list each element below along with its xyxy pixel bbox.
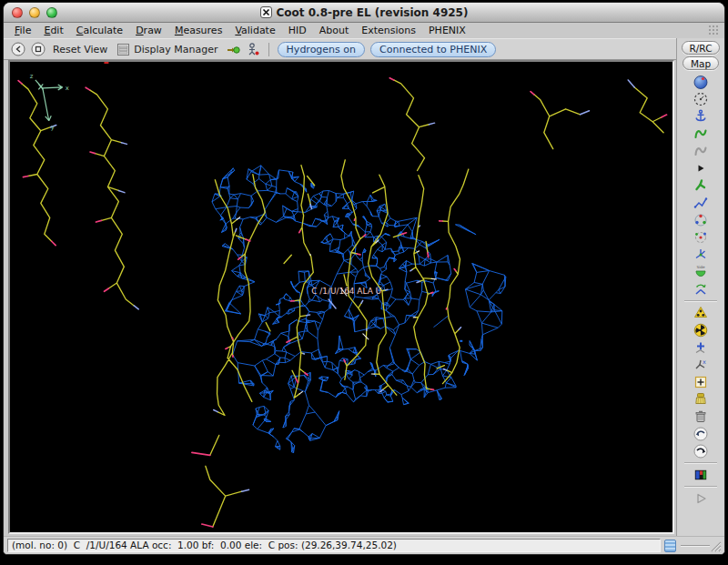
- menu-phenix[interactable]: PHENIX: [422, 24, 472, 37]
- traffic-lights: [12, 7, 57, 18]
- map-button[interactable]: Map: [682, 56, 719, 70]
- menu-measures[interactable]: Measures: [168, 24, 229, 37]
- connected-label: Connected to PHENIX: [379, 44, 487, 55]
- reset-view-label: Reset View: [53, 44, 107, 55]
- clear-labels-icon[interactable]: [692, 391, 710, 408]
- model-sticks: [22, 80, 663, 527]
- round-arrow-icon: [11, 42, 25, 56]
- person-icon: [246, 42, 260, 56]
- simple-mutate-icon[interactable]: [692, 322, 710, 338]
- x11-icon: [260, 6, 272, 18]
- menu-edit[interactable]: Edit: [37, 24, 69, 37]
- real-space-refine-icon[interactable]: [692, 126, 710, 142]
- grip-zone: [679, 537, 723, 554]
- svg-text:x: x: [66, 85, 69, 92]
- statusbar-groove: [681, 545, 710, 547]
- panel-separator: [684, 462, 717, 463]
- statusbar: (mol. no: 0) C /1/U/164 ALA occ: 1.00 bf…: [4, 536, 724, 554]
- svg-text:x: x: [703, 358, 706, 365]
- connected-to-phenix-button[interactable]: Connected to PHENIX: [370, 42, 496, 57]
- menu-calculate[interactable]: Calculate: [70, 24, 129, 37]
- go-to-atom-icon: [226, 42, 240, 56]
- rc-button-label: R/RC: [690, 43, 713, 54]
- close-button[interactable]: [12, 7, 23, 18]
- gl-canvas[interactable]: xyzC /1/U/164 ALA U: [8, 60, 674, 534]
- regularize-zone-icon[interactable]: [692, 143, 710, 159]
- menu-draw[interactable]: Draw: [129, 24, 168, 37]
- atom-label: C /1/U/164 ALA U: [311, 287, 381, 296]
- display-manager-button[interactable]: Display Manager: [115, 43, 219, 56]
- place-atom-icon[interactable]: [692, 374, 710, 390]
- status-text: (mol. no: 0) C /1/U/164 ALA occ: 1.00 bf…: [7, 539, 661, 552]
- zoom-button[interactable]: [46, 7, 57, 18]
- screenshot-stage: Coot 0.8-pre EL (revision 4925) FileEdit…: [0, 0, 728, 565]
- main-toolbar: Reset View Display Manager: [4, 38, 676, 60]
- titlebar[interactable]: Coot 0.8-pre EL (revision 4925): [4, 3, 724, 23]
- menu-file[interactable]: File: [8, 24, 37, 37]
- undo-icon[interactable]: [692, 426, 710, 442]
- go-to-atom-button[interactable]: [226, 42, 240, 56]
- coot-window: Coot 0.8-pre EL (revision 4925) FileEdit…: [3, 2, 725, 555]
- oxygen-atom-sticks: [18, 78, 666, 527]
- anchor-icon[interactable]: [692, 108, 710, 125]
- hydrogens-toggle-button[interactable]: Hydrogens on: [278, 42, 365, 57]
- round-square-icon: [31, 42, 46, 56]
- round-arrow-button[interactable]: [11, 42, 25, 56]
- blue-sphere-icon[interactable]: [692, 74, 710, 90]
- redo-icon[interactable]: [692, 443, 710, 459]
- add-alt-conf-icon[interactable]: x: [692, 357, 710, 373]
- toolbar-grip-dots[interactable]: [709, 25, 719, 35]
- menu-hid[interactable]: HID: [282, 24, 313, 37]
- statusbar-handle-widget[interactable]: [664, 540, 676, 552]
- menu-about[interactable]: About: [313, 24, 356, 37]
- panel-separator: [684, 300, 717, 301]
- minimize-button[interactable]: [29, 7, 40, 18]
- display-manager-label: Display Manager: [134, 44, 217, 55]
- hydrogens-label: Hydrogens on: [287, 44, 356, 55]
- menu-validate[interactable]: Validate: [228, 24, 281, 37]
- rotamers-icon[interactable]: [692, 229, 710, 246]
- svg-text:Side: Side: [696, 265, 704, 269]
- tool-icon-column: Sidex: [677, 73, 724, 507]
- resize-grip[interactable]: [709, 540, 722, 552]
- model-fit-refine-panel: R/RC Map Sidex: [676, 38, 724, 536]
- menu-extensions[interactable]: Extensions: [355, 24, 422, 37]
- window-title-text: Coot 0.8-pre EL (revision 4925): [277, 6, 469, 19]
- panel-separator: [684, 486, 717, 487]
- add-terminal-residue-icon[interactable]: [692, 339, 710, 356]
- map-button-label: Map: [691, 58, 711, 69]
- svg-text:y: y: [51, 124, 55, 131]
- stray-mesh-speck: [460, 340, 462, 342]
- expand-triangle-icon[interactable]: [692, 160, 710, 177]
- delete-item-icon[interactable]: [692, 409, 710, 425]
- flip-peptide-icon[interactable]: [692, 281, 710, 298]
- menubar: FileEditCalculateDrawMeasuresValidateHID…: [4, 23, 724, 38]
- mutate-autofit-icon[interactable]: [692, 305, 710, 321]
- reset-view-button[interactable]: Reset View: [51, 44, 109, 55]
- toolbar-separator: [268, 43, 269, 56]
- rc-button[interactable]: R/RC: [682, 41, 721, 55]
- display-manager-icon: [116, 43, 130, 56]
- edit-chi-angles-icon[interactable]: [692, 247, 710, 263]
- svg-text:z: z: [30, 73, 34, 80]
- clock-icon[interactable]: [692, 91, 710, 107]
- play-icon[interactable]: [692, 490, 710, 507]
- rotate-translate-icon[interactable]: [692, 195, 710, 211]
- run-refmac-icon[interactable]: [692, 467, 710, 483]
- auto-fit-rotamer-icon[interactable]: [692, 212, 710, 228]
- molecular-scene: xyzC /1/U/164 ALA U: [10, 62, 672, 532]
- window-title: Coot 0.8-pre EL (revision 4925): [260, 6, 469, 19]
- rigid-body-fit-icon[interactable]: [692, 177, 710, 194]
- round-square-button[interactable]: [31, 42, 46, 56]
- side-chain-flip-icon[interactable]: Side: [692, 264, 710, 280]
- validate-person-button[interactable]: [246, 42, 260, 56]
